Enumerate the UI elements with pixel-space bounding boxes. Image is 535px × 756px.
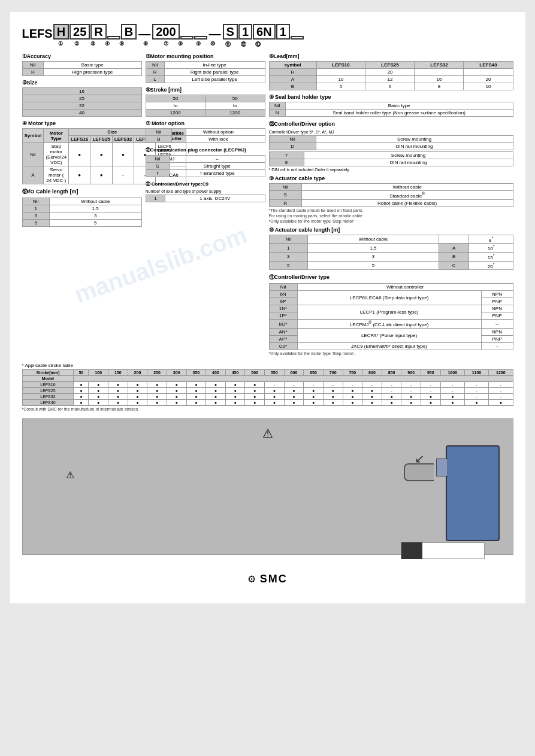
cdo-7: 7 [269,152,304,159]
ctrl-c9-title: ⑫ Controller/Driver type:C9 [146,181,265,187]
cdo-d: D [269,143,316,150]
lead-section: ⑥Lead[mm] symbol LEFS16 LEFS25 LEFS32 LE… [269,53,513,90]
st-stroke-label: Stroke[mm] [22,369,74,375]
device-connector-port [436,459,448,476]
acl-5: 5 [269,261,308,270]
st-250: 250 [147,369,167,375]
mth-25: LEFS25 [90,136,112,143]
s40-200: ● [128,399,147,405]
str-lefs16: LEFS16 [22,381,74,387]
cdt-lecpmj: LECPMJ® (CC-Link direct input type) [297,320,481,329]
io-5v: 5 [49,220,141,227]
st-650: 650 [304,369,324,375]
mt-step: Step motor (Servo/24 VDC) [44,143,69,166]
st-1200: 1200 [489,369,513,375]
cdt-c0: C0* [269,342,297,350]
s-1200-1: 1200 [146,110,205,117]
mm-nil: Nil [146,62,164,69]
s32-400: ● [206,393,226,399]
s32-500: ● [245,393,265,399]
s32-850: ● [382,393,401,399]
mth-32: LEFS32 [112,136,134,143]
s-50-2: 50 [205,95,265,102]
lead-h16 [316,69,365,76]
cdt-mj: MJ* [269,320,297,329]
actuator-cable-type-section: ⑨ Actuator cable type NilWithout cable S… [269,175,513,223]
s16-400: ● [206,381,226,387]
sb-basic: Basic type [285,102,513,110]
size-40: 40 [22,110,141,117]
cdo-8: 8 [269,159,304,166]
mt-nil: Nil [22,143,44,166]
s25-650: ● [304,387,324,393]
sb-nil: Nil [269,102,285,110]
cdt-jxc9: JXC9 (EtherNet/IP direct input type) [297,342,481,350]
sb-n: N [269,110,285,117]
s16-250: ● [147,381,167,387]
st-500: 500 [245,369,265,375]
s32-50: ● [74,393,89,399]
lead-a25: 12 [365,76,415,83]
device-body [446,445,500,541]
ctrl-driver-note: *Only available for the motor type 'Step… [269,351,513,356]
lead-a16: 10 [316,76,365,83]
s40-500: ● [245,399,265,405]
s32-700: ● [323,393,343,399]
table-row: LEFS16 ●●●●●●●●●●------------ [22,381,513,387]
model-e1-box [180,36,194,40]
pos5: ⑤ [114,41,129,48]
io-cable-table: NilWithout cable 11.5 33 55 [22,198,142,227]
model-empty-box [107,36,120,40]
ctrl-driver-type-section: ⑪Controller/Driver type NilWithout contr… [269,274,513,356]
warning-body: ⚠ ↙ [30,445,506,547]
lead-32: LEFS32 [415,62,464,69]
motor-type-section: ④ Motor type Symbol Motor Type Size Comp… [22,120,142,184]
st-350: 350 [186,369,206,375]
model-h-box: H [53,24,69,40]
s40-400: ● [206,399,226,405]
model-1b-box: 1 [276,24,290,40]
motor-type-title: ④ Motor type [22,120,142,126]
mo-nil: Nil [146,129,172,136]
mt-a-32: - [112,166,134,184]
size-title: ②Size [22,80,142,86]
mth-type: Motor Type [44,129,69,143]
act-s: S [269,191,301,200]
cdt-lecpa: LECPA* (Pulse input type) [297,328,481,342]
model-200-box: 200 [152,24,179,40]
s16-200: ● [128,381,147,387]
col1: ①Accuracy NilBasic type HHigh precision … [22,53,142,359]
ctrl-driver-opt-table2: 7Screw mounting 8DIN rail mounting [269,151,513,166]
acl-3: 3 [269,252,308,261]
lead-40: LEFS40 [464,62,513,69]
lead-title: ⑥Lead[mm] [269,53,513,59]
acc-h: H [22,69,44,76]
ctrl-driver-opt-table1: NilScrew mounting DDIN rail mounting [269,135,513,150]
s16-1000: - [440,381,464,387]
mm-right: Right side parallel type [164,69,265,76]
device-illustration: ↙ [404,445,500,547]
s16-100: ● [89,381,108,387]
warning-text-area: ⚠ [30,445,392,547]
acl-5v: 5 [308,261,439,270]
s40-250: ● [147,399,167,405]
lead-16: LEFS16 [316,62,365,69]
s32-350: ● [186,393,206,399]
s40-1100: ● [464,399,488,405]
cdt-ap-pnp: PNP [481,335,513,342]
s-50-1: 50 [146,95,205,102]
cdo-nil: Nil [269,136,316,143]
cdo-din: DIN rail mounting [316,143,513,150]
accuracy-section: ①Accuracy NilBasic type HHigh precision … [22,53,142,76]
seal-band-table: NilBasic type N Seal band holder roller … [269,102,513,117]
device-arrow: ↙ [415,451,425,466]
s25-350: ● [186,387,206,393]
st-550: 550 [265,369,285,375]
cp-t: T [146,170,170,177]
stroke-full-table: Stroke[mm] 50 100 150 200 250 300 350 40… [22,369,513,406]
acl-without: Without cable [308,235,439,244]
s32-300: ● [167,393,186,399]
ctrl-driver-opt-note: Controller/Driver type:6*, 1*, A*, MJ [269,130,513,134]
model-6n-box: 6N [253,24,276,40]
cp-t-branch: T-Branched type [170,170,265,177]
